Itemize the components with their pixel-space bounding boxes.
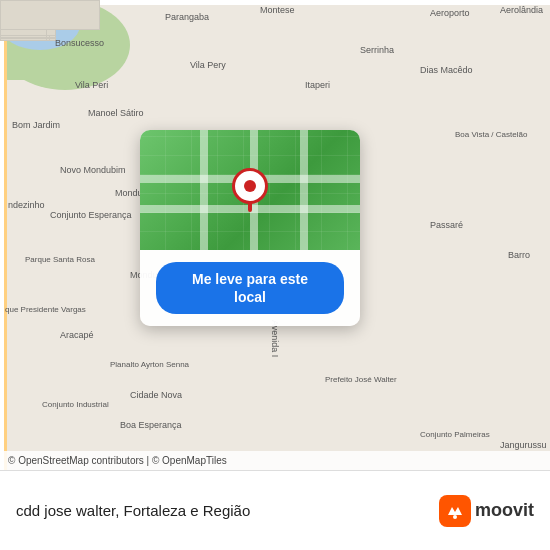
label-ndezinho: ndezinho [8,200,45,210]
popup-text: Me leve para este local [140,250,360,326]
pin-tail [248,202,252,212]
label-bonsucesso: Bonsucesso [55,38,104,48]
bottom-bar: cdd jose walter, Fortaleza e Região moov… [0,470,550,550]
pin-inner [244,180,256,192]
label-parque-santa: Parque Santa Rosa [25,255,95,264]
road-v7 [0,0,4,470]
label-vila-pery: Vila Pery [190,60,226,70]
navigate-button[interactable]: Me leve para este local [156,262,344,314]
label-jangurussu: Jangurussu [500,440,547,450]
moovit-icon [439,495,471,527]
location-text: cdd jose walter, Fortaleza e Região [16,502,427,519]
location-name: cdd jose walter, Fortaleza e Região [16,502,427,519]
popup-road-v1 [200,130,208,250]
map-container: Parangaba Montese Aeroporto Aerolândia B… [0,0,550,470]
label-boa-vista: Boa Vista / Castelão [455,130,527,139]
label-conjunto-ind: Conjunto Industrial [42,400,109,409]
label-conjunto-esp: Conjunto Esperança [50,210,132,220]
popup-card: Me leve para este local [140,130,360,326]
popup-map-area [140,130,360,250]
label-itaperi: Itaperi [305,80,330,90]
label-vila-peri: Vila Peri [75,80,108,90]
label-boa-esp: Boa Esperança [120,420,182,430]
pin-circle [232,168,268,204]
block-33 [0,0,100,30]
label-dias-macedo: Dias Macêdo [420,65,473,75]
label-aeroporto: Aeroporto [430,8,470,18]
moovit-logo: moovit [439,495,534,527]
label-prefeito: Prefeito José Walter [325,375,397,384]
popup-road-v3 [300,130,308,250]
label-barro: Barro [508,250,530,260]
label-aracape: Aracapé [60,330,94,340]
label-manoel-satiro: Manoel Sátiro [88,108,144,118]
label-parangaba: Parangaba [165,12,209,22]
label-aerolandia: Aerolândia [500,5,543,15]
label-pres-vargas: que Presidente Vargas [5,305,86,314]
location-pin [232,168,268,212]
label-passare: Passaré [430,220,463,230]
moovit-brand: moovit [475,500,534,521]
label-cidade-nova: Cidade Nova [130,390,182,400]
svg-point-0 [453,515,457,519]
attribution-text: © OpenStreetMap contributors | © OpenMap… [8,455,227,466]
label-montese: Montese [260,5,295,15]
label-conj-palm: Conjunto Palmeiras [420,430,490,439]
label-bom-jardim: Bom Jardim [12,120,60,130]
label-serrinha: Serrinha [360,45,394,55]
attribution-bar: © OpenStreetMap contributors | © OpenMap… [0,451,550,470]
label-novo-mondubim: Novo Mondubim [60,165,126,175]
label-planalto: Planalto Ayrton Senna [110,360,189,369]
